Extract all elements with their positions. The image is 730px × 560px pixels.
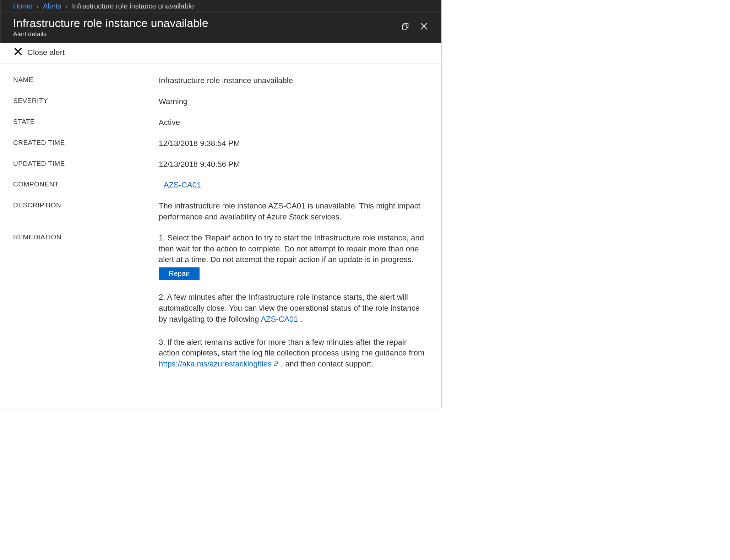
breadcrumb-current: Infrastructure role instance unavailable bbox=[72, 2, 194, 10]
remediation-step2b: . bbox=[298, 315, 303, 324]
close-alert-label: Close alert bbox=[27, 48, 65, 57]
value-state: Active bbox=[159, 117, 180, 128]
value-description: The infrastructure role instance AZS-CA0… bbox=[159, 201, 429, 223]
label-state: STATE bbox=[13, 117, 159, 126]
remediation-step2-link[interactable]: AZS-CA01 bbox=[261, 315, 298, 324]
chevron-right-icon: › bbox=[65, 2, 68, 10]
label-created: CREATED TIME bbox=[13, 138, 159, 147]
breadcrumb: Home › Alerts › Infrastructure role inst… bbox=[0, 0, 441, 13]
label-name: NAME bbox=[13, 75, 159, 84]
restore-window-icon[interactable] bbox=[402, 22, 409, 32]
top-header: Home › Alerts › Infrastructure role inst… bbox=[0, 0, 441, 43]
remediation-content: 1. Select the 'Repair' action to try to … bbox=[159, 233, 429, 382]
value-name: Infrastructure role instance unavailable bbox=[159, 75, 293, 86]
page-subtitle: Alert details bbox=[13, 31, 402, 38]
remediation-step3-link[interactable]: https://aka.ms/azurestacklogfiles bbox=[159, 359, 272, 368]
external-link-icon bbox=[273, 359, 279, 370]
svg-rect-1 bbox=[403, 25, 407, 29]
close-icon bbox=[13, 47, 23, 59]
content-panel: NAME Infrastructure role instance unavai… bbox=[0, 64, 441, 408]
value-updated: 12/13/2018 9:40:56 PM bbox=[159, 159, 240, 170]
value-created: 12/13/2018 9:38:54 PM bbox=[159, 138, 240, 149]
component-link[interactable]: AZS-CA01 bbox=[159, 180, 201, 191]
toolbar: Close alert bbox=[0, 43, 441, 64]
close-icon[interactable] bbox=[419, 22, 429, 33]
label-remediation: REMEDIATION bbox=[13, 233, 159, 241]
close-alert-button[interactable]: Close alert bbox=[13, 47, 65, 59]
label-updated: UPDATED TIME bbox=[13, 159, 159, 168]
label-component: COMPONENT bbox=[13, 180, 159, 188]
blade-header: Infrastructure role instance unavailable… bbox=[0, 13, 441, 43]
chevron-right-icon: › bbox=[36, 2, 39, 10]
breadcrumb-home[interactable]: Home bbox=[13, 2, 32, 10]
remediation-step1: 1. Select the 'Repair' action to try to … bbox=[159, 233, 424, 264]
label-severity: SEVERITY bbox=[13, 96, 159, 105]
breadcrumb-alerts[interactable]: Alerts bbox=[43, 2, 61, 10]
repair-button[interactable]: Repair bbox=[159, 267, 200, 280]
remediation-step3b: , and then contact support. bbox=[279, 359, 374, 368]
value-severity: Warning bbox=[159, 96, 187, 107]
remediation-step3a: 3. If the alert remains active for more … bbox=[159, 338, 424, 358]
label-description: DESCRIPTION bbox=[13, 201, 159, 209]
page-title: Infrastructure role instance unavailable bbox=[13, 16, 402, 30]
